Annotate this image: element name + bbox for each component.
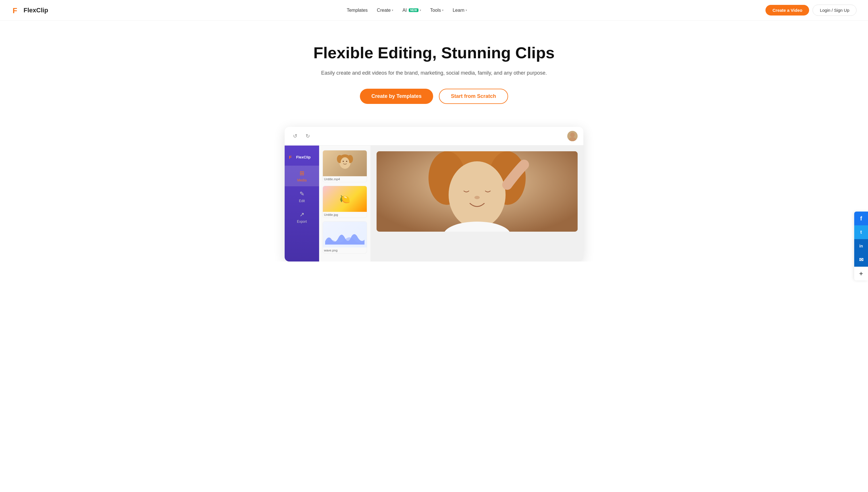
email-icon: ✉ bbox=[859, 256, 863, 262]
media-thumbnail-2 bbox=[323, 222, 367, 247]
sidebar-item-edit[interactable]: ✎ Edit bbox=[285, 186, 319, 207]
facebook-share-button[interactable]: f bbox=[854, 212, 868, 225]
nav-link-tools[interactable]: Tools ▾ bbox=[427, 5, 447, 15]
twitter-share-button[interactable]: t bbox=[854, 225, 868, 239]
nav-actions: Create a Video Login / Sign Up bbox=[766, 5, 857, 16]
user-avatar bbox=[567, 131, 578, 141]
nav-link-templates[interactable]: Templates bbox=[343, 5, 371, 15]
sidebar-item-edit-label: Edit bbox=[299, 199, 305, 203]
svg-point-9 bbox=[341, 157, 349, 168]
nav-link-create[interactable]: Create ▾ bbox=[373, 5, 397, 15]
sidebar-logo-text: FlexClip bbox=[296, 155, 311, 159]
media-item-1[interactable]: 🍋 Untitle.jpg bbox=[323, 186, 367, 218]
svg-point-2 bbox=[570, 132, 575, 137]
logo-icon: F bbox=[11, 5, 22, 16]
create-by-templates-button[interactable]: Create by Templates bbox=[360, 89, 433, 104]
lemon-emoji: 🍋 bbox=[339, 194, 350, 204]
redo-button[interactable]: ↻ bbox=[303, 131, 312, 141]
main-preview-svg bbox=[377, 151, 578, 232]
logo[interactable]: F FlexClip bbox=[11, 5, 48, 16]
media-label-0: Untitle.mp4 bbox=[323, 176, 367, 182]
svg-point-17 bbox=[449, 161, 506, 228]
editor-sidebar: F FlexClip ⊞ Media ✎ Edit ↗ Export bbox=[285, 146, 319, 262]
sidebar-logo-icon: F bbox=[289, 154, 295, 160]
edit-icon: ✎ bbox=[300, 190, 304, 197]
svg-point-11 bbox=[346, 161, 347, 162]
logo-text: FlexClip bbox=[24, 7, 48, 14]
editor-body: F FlexClip ⊞ Media ✎ Edit ↗ Export bbox=[285, 146, 583, 262]
social-sidebar: f t in ✉ + bbox=[854, 212, 868, 262]
chevron-down-icon-ai: ▾ bbox=[420, 8, 421, 12]
hero-buttons: Create by Templates Start from Scratch bbox=[310, 89, 558, 104]
create-video-button[interactable]: Create a Video bbox=[766, 5, 809, 16]
media-thumbnail-0 bbox=[323, 150, 367, 176]
chevron-down-icon: ▾ bbox=[392, 8, 393, 12]
svg-point-3 bbox=[569, 137, 576, 141]
undo-button[interactable]: ↺ bbox=[290, 131, 300, 141]
login-button[interactable]: Login / Sign Up bbox=[813, 5, 857, 16]
start-from-scratch-button[interactable]: Start from Scratch bbox=[439, 89, 508, 104]
editor-controls: ↺ ↻ bbox=[290, 131, 312, 141]
ai-new-badge: NEW bbox=[409, 8, 418, 12]
editor-preview: ↺ ↻ F FlexClip ⊞ bbox=[276, 127, 592, 262]
video-preview bbox=[377, 151, 578, 232]
svg-text:F: F bbox=[13, 6, 17, 15]
nav-links: Templates Create ▾ AI NEW ▾ Tools ▾ Lear… bbox=[343, 5, 470, 15]
svg-text:F: F bbox=[289, 155, 292, 159]
hero-title: Flexible Editing, Stunning Clips bbox=[310, 44, 558, 62]
editor-frame: ↺ ↻ F FlexClip ⊞ bbox=[285, 127, 583, 262]
hero-subtitle: Easily create and edit videos for the br… bbox=[310, 69, 558, 77]
editor-media-panel: Untitle.mp4 🍋 Untitle.jpg bbox=[319, 146, 371, 262]
email-share-button[interactable]: ✉ bbox=[854, 253, 868, 262]
sidebar-item-media-label: Media bbox=[297, 178, 307, 182]
editor-sidebar-logo: F FlexClip bbox=[285, 151, 319, 166]
media-label-2: wave.png bbox=[323, 247, 367, 253]
facebook-icon: f bbox=[860, 215, 862, 222]
media-label-1: Untitle.jpg bbox=[323, 212, 367, 218]
svg-point-20 bbox=[474, 196, 480, 199]
media-thumbnail-1: 🍋 bbox=[323, 186, 367, 212]
chevron-down-icon-tools: ▾ bbox=[442, 8, 444, 12]
sidebar-item-export-label: Export bbox=[297, 220, 307, 224]
sidebar-item-export[interactable]: ↗ Export bbox=[285, 207, 319, 228]
export-icon: ↗ bbox=[300, 211, 304, 218]
linkedin-share-button[interactable]: in bbox=[854, 239, 868, 253]
wave-svg bbox=[325, 231, 365, 245]
nav-link-ai[interactable]: AI NEW ▾ bbox=[399, 5, 424, 15]
chevron-down-icon-learn: ▾ bbox=[466, 8, 467, 12]
media-item-0[interactable]: Untitle.mp4 bbox=[323, 150, 367, 182]
sidebar-item-media[interactable]: ⊞ Media bbox=[285, 166, 319, 186]
media-icon: ⊞ bbox=[300, 170, 304, 176]
linkedin-icon: in bbox=[860, 244, 863, 248]
editor-topbar: ↺ ↻ bbox=[285, 127, 583, 146]
twitter-icon: t bbox=[860, 230, 862, 235]
editor-main-area bbox=[371, 146, 583, 262]
hero-section: Flexible Editing, Stunning Clips Easily … bbox=[305, 21, 563, 115]
media-item-2[interactable]: wave.png bbox=[323, 221, 367, 253]
video-main-canvas bbox=[377, 151, 578, 232]
nav-link-learn[interactable]: Learn ▾ bbox=[449, 5, 470, 15]
svg-point-10 bbox=[343, 161, 344, 162]
girl-thumbnail-svg bbox=[333, 153, 356, 173]
navbar: F FlexClip Templates Create ▾ AI NEW ▾ T… bbox=[0, 0, 868, 21]
